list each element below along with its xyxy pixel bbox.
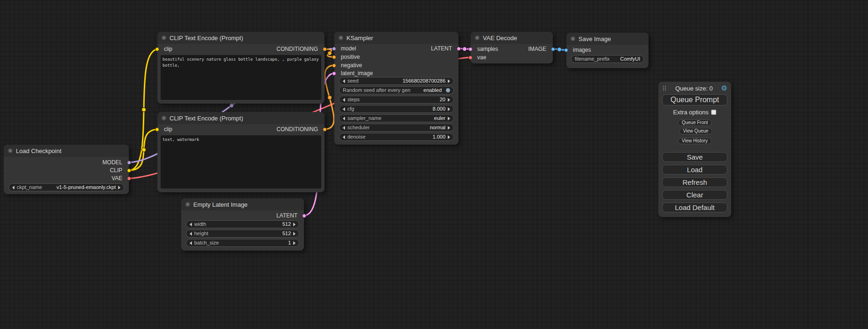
node-title: CLIP Text Encode (Prompt) bbox=[169, 115, 243, 122]
output-label-conditioning: CONDITIONING bbox=[276, 46, 318, 52]
input-port-model[interactable] bbox=[332, 47, 336, 51]
output-label-latent: LATENT bbox=[276, 212, 297, 219]
widget-steps[interactable]: steps 20 bbox=[339, 96, 454, 104]
decrement-arrow-icon[interactable] bbox=[343, 117, 345, 120]
decrement-arrow-icon[interactable] bbox=[190, 241, 192, 245]
output-port-image[interactable] bbox=[551, 47, 555, 51]
input-port-images[interactable] bbox=[564, 48, 568, 52]
widget-random-seed-toggle[interactable]: Random seed after every gen enabled bbox=[339, 86, 454, 94]
input-port-clip[interactable] bbox=[155, 127, 159, 132]
toggle-knob-icon[interactable] bbox=[446, 88, 450, 92]
prompt-text-area[interactable]: text, watermark bbox=[161, 135, 321, 189]
collapse-dot-icon[interactable] bbox=[162, 35, 166, 40]
queue-prompt-button[interactable]: Queue Prompt bbox=[662, 94, 727, 105]
output-port-latent[interactable] bbox=[302, 214, 306, 218]
decrement-arrow-icon[interactable] bbox=[343, 79, 345, 83]
widget-height[interactable]: height 512 bbox=[186, 230, 299, 238]
node-title-bar[interactable]: VAE Decode bbox=[471, 32, 553, 44]
output-label-image: IMAGE bbox=[528, 46, 546, 52]
node-ksampler[interactable]: KSampler model positive negative latent_… bbox=[334, 32, 459, 145]
save-button[interactable]: Save bbox=[662, 152, 727, 162]
refresh-button[interactable]: Refresh bbox=[662, 177, 727, 187]
increment-arrow-icon[interactable] bbox=[448, 79, 450, 83]
output-port-latent[interactable] bbox=[457, 47, 461, 51]
widget-width[interactable]: width 512 bbox=[186, 220, 299, 228]
view-history-button[interactable]: View History bbox=[678, 138, 711, 144]
output-port-conditioning[interactable] bbox=[323, 127, 327, 132]
extra-options-row: Extra options bbox=[662, 109, 727, 116]
output-port-model[interactable] bbox=[127, 161, 131, 165]
increment-arrow-icon[interactable] bbox=[293, 232, 296, 236]
extra-options-checkbox[interactable] bbox=[711, 110, 716, 115]
load-default-button[interactable]: Load Default bbox=[662, 203, 727, 212]
load-button[interactable]: Load bbox=[662, 165, 727, 175]
input-port-samples[interactable] bbox=[468, 47, 473, 51]
node-vae-decode[interactable]: VAE Decode samples vae IMAGE bbox=[471, 32, 553, 63]
collapse-dot-icon[interactable] bbox=[162, 116, 166, 120]
node-title-bar[interactable]: Load Checkpoint bbox=[4, 145, 129, 157]
increment-arrow-icon[interactable] bbox=[293, 223, 296, 226]
decrement-arrow-icon[interactable] bbox=[343, 126, 345, 130]
collapse-dot-icon[interactable] bbox=[475, 35, 480, 40]
increment-arrow-icon[interactable] bbox=[118, 186, 120, 189]
decrement-arrow-icon[interactable] bbox=[190, 232, 192, 236]
decrement-arrow-icon[interactable] bbox=[343, 98, 345, 102]
node-load-checkpoint[interactable]: Load Checkpoint MODEL CLIP VAE ckpt_name… bbox=[4, 145, 129, 194]
output-port-vae[interactable] bbox=[127, 176, 131, 181]
increment-arrow-icon[interactable] bbox=[293, 241, 296, 245]
widget-scheduler[interactable]: scheduler normal bbox=[339, 124, 454, 132]
node-title-bar[interactable]: Empty Latent Image bbox=[181, 198, 304, 210]
output-port-clip[interactable] bbox=[127, 168, 131, 173]
input-port-negative[interactable] bbox=[332, 63, 336, 68]
view-queue-button[interactable]: View Queue bbox=[679, 128, 712, 134]
widget-value: 512 bbox=[282, 230, 291, 237]
increment-arrow-icon[interactable] bbox=[448, 117, 450, 120]
input-label-clip: clip bbox=[164, 126, 172, 133]
input-port-latent-image[interactable] bbox=[332, 71, 336, 76]
clear-button[interactable]: Clear bbox=[662, 190, 727, 200]
node-clip-text-encode-negative[interactable]: CLIP Text Encode (Prompt) clip CONDITION… bbox=[157, 112, 325, 192]
comfyui-node-canvas[interactable]: Load Checkpoint MODEL CLIP VAE ckpt_name… bbox=[0, 0, 868, 329]
settings-gear-icon[interactable]: ⚙ bbox=[721, 85, 727, 92]
drag-handle-icon[interactable] bbox=[662, 85, 667, 91]
node-empty-latent-image[interactable]: Empty Latent Image LATENT width 512 heig… bbox=[181, 198, 304, 251]
increment-arrow-icon[interactable] bbox=[448, 98, 450, 102]
decrement-arrow-icon[interactable] bbox=[12, 186, 14, 189]
input-port-vae[interactable] bbox=[468, 56, 473, 60]
input-port-positive[interactable] bbox=[332, 55, 336, 59]
widget-label: seed bbox=[347, 77, 359, 84]
node-title: CLIP Text Encode (Prompt) bbox=[169, 35, 243, 42]
widget-label: sampler_name bbox=[347, 115, 381, 122]
node-clip-text-encode-positive[interactable]: CLIP Text Encode (Prompt) clip CONDITION… bbox=[157, 32, 325, 104]
decrement-arrow-icon[interactable] bbox=[190, 223, 192, 226]
decrement-arrow-icon[interactable] bbox=[343, 107, 345, 111]
widget-seed[interactable]: seed 156680208700286 bbox=[339, 77, 454, 85]
widget-ckpt-name[interactable]: ckpt_name v1-5-pruned-emaonly.ckpt bbox=[8, 183, 124, 191]
output-port-conditioning[interactable] bbox=[323, 47, 327, 51]
collapse-dot-icon[interactable] bbox=[339, 35, 343, 40]
widget-denoise[interactable]: denoise 1.000 bbox=[339, 133, 454, 141]
widget-batch-size[interactable]: batch_size 1 bbox=[186, 239, 299, 247]
collapse-dot-icon[interactable] bbox=[185, 202, 190, 207]
increment-arrow-icon[interactable] bbox=[448, 135, 450, 139]
link-midpoint-dot bbox=[230, 104, 234, 108]
node-title-bar[interactable]: CLIP Text Encode (Prompt) bbox=[157, 112, 325, 124]
widget-label: filename_prefix bbox=[575, 56, 610, 63]
queue-menu-panel: Queue size: 0 ⚙ Queue Prompt Extra optio… bbox=[658, 82, 731, 217]
increment-arrow-icon[interactable] bbox=[448, 126, 450, 130]
node-title-bar[interactable]: Save Image bbox=[566, 33, 649, 45]
queue-front-button[interactable]: Queue Front bbox=[678, 119, 712, 126]
input-port-clip[interactable] bbox=[155, 47, 159, 51]
collapse-dot-icon[interactable] bbox=[571, 36, 575, 41]
node-title-bar[interactable]: CLIP Text Encode (Prompt) bbox=[157, 32, 325, 44]
prompt-text-area[interactable]: beautiful scenery nature glass bottle la… bbox=[161, 55, 321, 100]
widget-sampler-name[interactable]: sampler_name euler bbox=[339, 114, 454, 122]
collapse-dot-icon[interactable] bbox=[8, 148, 13, 153]
widget-cfg[interactable]: cfg 8.000 bbox=[339, 105, 454, 113]
increment-arrow-icon[interactable] bbox=[448, 107, 450, 111]
decrement-arrow-icon[interactable] bbox=[343, 135, 345, 139]
node-save-image[interactable]: Save Image images filename_prefix ComfyU… bbox=[566, 33, 649, 68]
node-title-bar[interactable]: KSampler bbox=[334, 32, 459, 44]
link-midpoint-dot bbox=[328, 51, 332, 56]
widget-filename-prefix[interactable]: filename_prefix ComfyUI bbox=[571, 55, 644, 63]
